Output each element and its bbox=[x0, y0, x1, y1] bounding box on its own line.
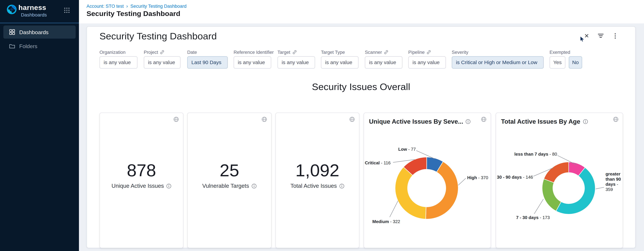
kebab-menu-icon[interactable]: ⋮ bbox=[612, 32, 618, 39]
filter-pipeline-value[interactable]: is any value bbox=[408, 56, 446, 69]
link-icon bbox=[426, 49, 432, 54]
filter-label: Reference Identifier bbox=[234, 49, 274, 54]
filter-label: Project bbox=[144, 49, 158, 54]
slice-label-critical: Critical - 116 bbox=[365, 160, 394, 165]
slice-label-greater-90-days: greater than 90 days - 359 bbox=[606, 171, 624, 192]
section-title: Security Issues Overall bbox=[87, 81, 635, 92]
dashboard-title: Security Testing Dashboard bbox=[100, 31, 217, 42]
info-icon[interactable] bbox=[339, 183, 344, 188]
slice-label-medium: Medium - 322 bbox=[372, 219, 410, 224]
filter-target-type: Target Type is any value bbox=[321, 48, 358, 69]
sidebar: harness Dashboards bbox=[0, 0, 79, 251]
globe-icon[interactable] bbox=[350, 117, 355, 122]
main-area: Security Testing Dashboard ✕ ⋮ Organizat… bbox=[79, 23, 644, 251]
sidebar-item-label: Folders bbox=[19, 43, 37, 49]
stat-value: 25 bbox=[188, 161, 271, 180]
filter-target-value[interactable]: is any value bbox=[278, 56, 315, 69]
slice-label-less-7-days: less than 7 days - 80 bbox=[513, 152, 557, 157]
filter-date-value[interactable]: Last 90 Days bbox=[187, 56, 228, 69]
filter-exempted-no-button[interactable]: No bbox=[569, 56, 582, 69]
stat-value: 878 bbox=[100, 161, 183, 180]
brand-name: harness bbox=[18, 4, 47, 11]
stat-label: Vulnerable Targets bbox=[202, 183, 249, 189]
info-icon[interactable] bbox=[166, 183, 172, 188]
filter-label: Target bbox=[278, 49, 290, 54]
filter-label: Organization bbox=[100, 49, 126, 54]
apps-grid-icon[interactable] bbox=[64, 7, 70, 13]
card-total-active-issues: 1,092 Total Active Issues bbox=[275, 113, 359, 248]
filter-reference-identifier: Reference Identifier is any value bbox=[234, 48, 274, 69]
top-header: Account: STO test › Security Testing Das… bbox=[79, 0, 644, 23]
breadcrumb-separator-icon: › bbox=[126, 3, 128, 9]
link-icon bbox=[384, 49, 389, 54]
link-icon bbox=[160, 49, 165, 54]
slice-label-30-90-days: 30 - 90 days - 146 bbox=[497, 175, 534, 180]
sidebar-nav: Dashboards Folders bbox=[3, 25, 76, 53]
breadcrumb-account-link[interactable]: Account: STO test bbox=[86, 4, 124, 8]
sidebar-item-folders[interactable]: Folders bbox=[3, 39, 76, 52]
filter-scanner: Scanner is any value bbox=[365, 48, 402, 69]
label-connector bbox=[596, 187, 604, 189]
dashboard-panel: Security Testing Dashboard ✕ ⋮ Organizat… bbox=[86, 26, 636, 248]
globe-icon[interactable] bbox=[173, 117, 179, 122]
filter-label: Date bbox=[187, 49, 197, 54]
filter-target-type-value[interactable]: is any value bbox=[321, 56, 358, 69]
brand: harness Dashboards bbox=[7, 4, 47, 17]
filter-target: Target is any value bbox=[278, 48, 315, 69]
filter-label: Severity bbox=[452, 49, 468, 54]
filter-label: Pipeline bbox=[408, 49, 425, 54]
close-icon[interactable]: ✕ bbox=[584, 32, 589, 39]
severity-donut-chart bbox=[364, 113, 490, 248]
mouse-cursor bbox=[580, 36, 584, 41]
card-vulnerable-targets: 25 Vulnerable Targets bbox=[187, 113, 272, 248]
filter-organization: Organization is any value bbox=[100, 48, 138, 69]
stat-label: Total Active Issues bbox=[290, 183, 337, 189]
filter-severity: Severity is Critical or High or Medium o… bbox=[452, 48, 544, 69]
slice-label-low: Low - 77 bbox=[381, 147, 416, 152]
filter-date: Date Last 90 Days bbox=[187, 48, 228, 69]
donut-slices[interactable] bbox=[395, 157, 458, 219]
page-title: Security Testing Dashboard bbox=[86, 10, 180, 18]
filter-organization-value[interactable]: is any value bbox=[100, 56, 138, 69]
card-total-active-issues-by-age: Total Active Issues By Age less than 7 d… bbox=[496, 113, 623, 248]
brand-module-label: Dashboards bbox=[16, 12, 47, 17]
filter-pipeline: Pipeline is any value bbox=[408, 48, 446, 69]
age-donut-chart bbox=[496, 113, 622, 248]
globe-icon[interactable] bbox=[262, 117, 267, 122]
filter-label: Exempted bbox=[550, 49, 570, 54]
info-icon[interactable] bbox=[252, 183, 256, 188]
label-connector bbox=[390, 201, 398, 217]
filter-project: Project is any value bbox=[144, 48, 180, 69]
slice-label-high: High - 370 bbox=[467, 175, 491, 180]
stat-label: Unique Active Issues bbox=[112, 183, 164, 189]
filter-label: Target Type bbox=[321, 49, 345, 54]
breadcrumb: Account: STO test › Security Testing Das… bbox=[86, 3, 186, 9]
donut-slices[interactable] bbox=[542, 162, 595, 214]
breadcrumb-current-link[interactable]: Security Testing Dashboard bbox=[130, 4, 186, 8]
sidebar-divider bbox=[0, 22, 79, 23]
label-connector bbox=[534, 199, 543, 214]
filter-exempted-yes-button[interactable]: Yes bbox=[550, 56, 566, 69]
dashboards-icon bbox=[9, 29, 15, 35]
harness-logo bbox=[7, 4, 17, 14]
slice-label-7-30-days: 7 - 30 days - 173 bbox=[516, 215, 552, 220]
sidebar-item-label: Dashboards bbox=[19, 29, 48, 35]
filter-icon[interactable] bbox=[598, 33, 604, 38]
filter-scanner-value[interactable]: is any value bbox=[365, 56, 402, 69]
app: harness Dashboards bbox=[0, 0, 644, 251]
card-unique-active-issues-by-severity: Unique Active Issues By Seve... Low - 77… bbox=[364, 113, 491, 248]
label-connector bbox=[458, 178, 466, 185]
folder-icon bbox=[9, 43, 15, 49]
filter-exempted: Exempted Yes No bbox=[550, 48, 582, 69]
sidebar-item-dashboards[interactable]: Dashboards bbox=[3, 25, 76, 38]
panel-actions: ✕ ⋮ bbox=[584, 32, 618, 39]
filter-label: Scanner bbox=[365, 49, 382, 54]
filter-reference-identifier-value[interactable]: is any value bbox=[234, 56, 271, 69]
card-unique-active-issues: 878 Unique Active Issues bbox=[100, 113, 184, 248]
stat-value: 1,092 bbox=[276, 161, 359, 180]
filter-project-value[interactable]: is any value bbox=[144, 56, 180, 69]
link-icon bbox=[292, 49, 297, 54]
filter-severity-value[interactable]: is Critical or High or Medium or Low bbox=[452, 56, 544, 69]
